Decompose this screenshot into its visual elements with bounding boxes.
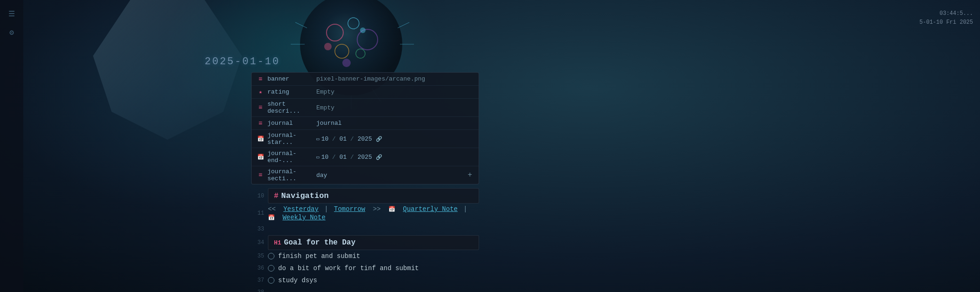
line-content-38 — [268, 286, 479, 292]
short-desc-key: short descri... — [267, 101, 316, 115]
line-content-37: study dsys — [268, 276, 479, 285]
todo-item-3: study dsys — [268, 276, 479, 285]
goal-heading-block: H1 Goal for the Day — [268, 235, 479, 250]
date-overlay: 2025-01-10 — [205, 56, 280, 68]
weekly-cal-icon: 📅 — [268, 214, 275, 221]
todo-checkbox-1[interactable] — [268, 253, 274, 259]
line-num-33: 33 — [251, 226, 268, 232]
heading-hash: # — [274, 192, 279, 200]
banner-value: pixel-banner-images/arcane.png — [316, 75, 474, 82]
journal-end-date: 10 / 01 / 2025 — [321, 154, 372, 161]
properties-table: ≡ banner pixel-banner-images/arcane.png … — [251, 72, 479, 184]
line-num-36: 36 — [251, 265, 268, 272]
banner-key: banner — [267, 75, 316, 82]
journal-end-key: journal-end-... — [267, 150, 316, 164]
todo-checkbox-3[interactable] — [268, 277, 274, 284]
lines-icon-3: ≡ — [256, 120, 265, 127]
line-content-34: H1 Goal for the Day — [268, 235, 479, 250]
todo-checkbox-2[interactable] — [268, 265, 274, 272]
nav-space-3 — [383, 205, 387, 213]
quarterly-note-link[interactable]: Quarterly Note — [403, 205, 458, 213]
editor-line-35: 35 finish pet and submit — [251, 250, 479, 262]
editor-line-10: 10 # Navigation — [251, 188, 479, 204]
prop-row-rating: ★ rating Empty — [252, 86, 479, 99]
right-panel: 03:44:5... 5-01-10 Fri 2025 — [887, 0, 980, 292]
yesterday-link[interactable]: Yesterday — [283, 205, 319, 213]
nav-pipe-2: | — [460, 205, 471, 213]
line-num-35: 35 — [251, 253, 268, 259]
prop-row-journal-start: 📅 journal-star... ▭ 10 / 01 / 2025 🔗 — [252, 130, 479, 148]
todo-text-1: finish pet and submit — [278, 252, 360, 260]
menu-icon[interactable]: ☰ — [8, 9, 15, 19]
nav-space-2 — [367, 205, 371, 213]
journal-section-value: day — [316, 172, 466, 179]
journal-key: journal — [267, 120, 316, 127]
editor-area: 10 # Navigation 11 << Yesterday | Tomorr… — [251, 188, 479, 292]
tomorrow-link[interactable]: Tomorrow — [334, 205, 365, 213]
nav-pipe-1: | — [320, 205, 332, 213]
lines-icon: ≡ — [256, 75, 265, 83]
line-content-36: do a bit of work for tinf and submit — [268, 264, 479, 273]
editor-line-36: 36 do a bit of work for tinf and submit — [251, 262, 479, 274]
link-icon-1[interactable]: 🔗 — [376, 136, 382, 142]
clock-date: 5-01-10 Fri 2025 — [920, 18, 973, 27]
line-content-10: # Navigation — [268, 188, 479, 204]
prop-row-journal-section: ≡ journal-secti... day + — [252, 166, 479, 184]
plus-button[interactable]: + — [466, 171, 474, 179]
navigation-heading-text: Navigation — [281, 191, 329, 200]
lines-icon-4: ≡ — [256, 171, 265, 179]
journal-section-key: journal-secti... — [267, 168, 316, 182]
line-num-38: 38 — [251, 289, 268, 292]
link-icon-2[interactable]: 🔗 — [376, 154, 382, 160]
svg-point-9 — [342, 59, 351, 67]
svg-point-8 — [360, 27, 366, 33]
todo-item-1: finish pet and submit — [268, 251, 479, 261]
quarterly-cal-icon: 📅 — [388, 206, 395, 213]
journal-start-value: ▭ 10 / 01 / 2025 🔗 — [316, 136, 474, 143]
date-field-icon-1: ▭ — [316, 136, 320, 142]
weekly-note-link[interactable]: Weekly Note — [282, 214, 325, 221]
line-content-33 — [268, 223, 479, 235]
left-sidebar: ☰ ⚙ — [0, 0, 23, 292]
journal-value: journal — [316, 120, 474, 127]
short-desc-value: Empty — [316, 104, 474, 111]
line-num-10: 10 — [251, 193, 268, 199]
line-content-35: finish pet and submit — [268, 251, 479, 261]
editor-line-37: 37 study dsys — [251, 274, 479, 286]
line-num-37: 37 — [251, 277, 268, 284]
todo-text-3: study dsys — [278, 277, 317, 284]
line-content-11: << Yesterday | Tomorrow >> 📅 Quarterly N… — [268, 204, 479, 223]
calendar-icon-2: 📅 — [256, 154, 265, 161]
main-content: ≡ banner pixel-banner-images/arcane.png … — [251, 72, 479, 292]
svg-point-7 — [324, 43, 332, 50]
todo-item-2: do a bit of work for tinf and submit — [268, 264, 479, 273]
next-arrow: >> — [373, 205, 381, 213]
nav-space-5 — [277, 214, 280, 221]
editor-line-33: 33 — [251, 223, 479, 235]
nav-space-4 — [397, 205, 401, 213]
clock-display: 03:44:5... 5-01-10 Fri 2025 — [920, 9, 973, 27]
rating-value: Empty — [316, 88, 474, 95]
line-num-11: 11 — [251, 210, 268, 217]
date-field-icon-2: ▭ — [316, 154, 320, 160]
calendar-icon-1: 📅 — [256, 136, 265, 143]
nav-links-line: << Yesterday | Tomorrow >> 📅 Quarterly N… — [268, 204, 479, 223]
editor-line-34: 34 H1 Goal for the Day — [251, 235, 479, 250]
line-num-34: 34 — [251, 239, 268, 246]
gear-icon[interactable]: ⚙ — [9, 28, 14, 37]
prop-row-short-desc: ≡ short descri... Empty — [252, 99, 479, 117]
journal-end-value: ▭ 10 / 01 / 2025 🔗 — [316, 154, 474, 161]
todo-text-2: do a bit of work for tinf and submit — [278, 265, 419, 272]
editor-line-11: 11 << Yesterday | Tomorrow >> 📅 Quarterl… — [251, 204, 479, 223]
prop-row-journal: ≡ journal journal — [252, 117, 479, 130]
h1-label: H1 — [274, 239, 281, 246]
prop-row-journal-end: 📅 journal-end-... ▭ 10 / 01 / 2025 🔗 — [252, 148, 479, 166]
journal-start-key: journal-star... — [267, 132, 316, 146]
nav-space-1 — [278, 205, 281, 213]
navigation-heading-block: # Navigation — [268, 188, 479, 204]
editor-line-38: 38 — [251, 286, 479, 292]
prev-arrow: << — [268, 205, 276, 213]
star-icon: ★ — [256, 88, 265, 95]
goal-heading-text: Goal for the Day — [284, 238, 356, 247]
rating-key: rating — [267, 88, 316, 95]
